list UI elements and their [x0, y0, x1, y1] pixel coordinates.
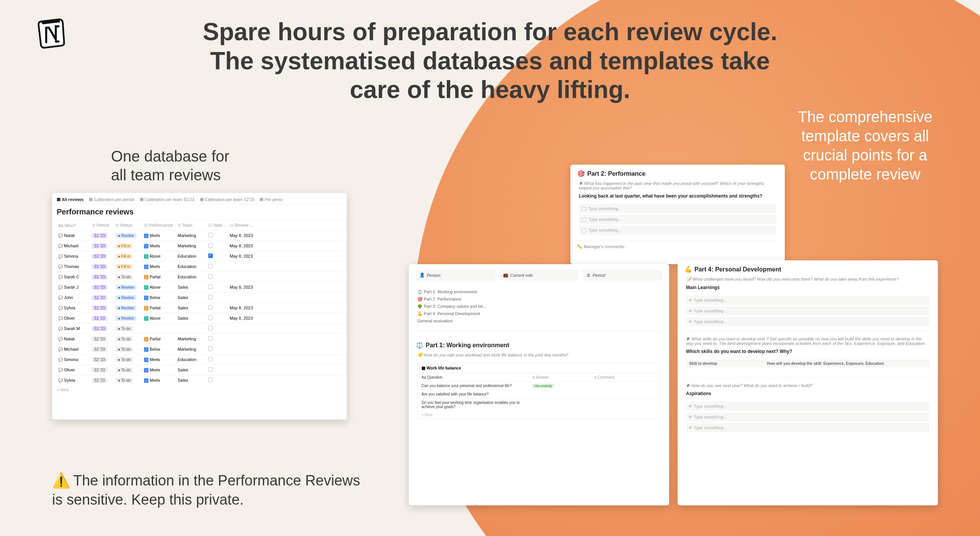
- target-icon: 🎯: [577, 170, 585, 177]
- bullet-icon: [689, 405, 691, 407]
- todo-input[interactable]: Type something...: [579, 204, 776, 213]
- toc-link[interactable]: 🌳 Part 3: Company values and be...: [417, 303, 661, 310]
- table-row[interactable]: 💬 Sarah CS1 '23● To do↓PartialEducation: [52, 271, 347, 282]
- toc-link[interactable]: 🎯 Part 2: Performance: [417, 296, 661, 303]
- db-new-row[interactable]: + New: [52, 385, 347, 394]
- tab-calibration-period[interactable]: ▦ Calibration per period: [89, 197, 134, 202]
- caption-template: The comprehensive template covers all cr…: [785, 107, 946, 184]
- manager-comments: ✏️ Manager's comments:: [577, 240, 778, 249]
- part4-q2: Which skills do you want to develop next…: [678, 348, 938, 358]
- bullet-icon: [689, 310, 691, 312]
- table-row[interactable]: 💬 SylviaS2 '23● To do→MeetsSales: [52, 375, 347, 385]
- tab-all-reviews[interactable]: ▦ All reviews: [57, 197, 83, 202]
- todo-input[interactable]: Type something...: [579, 215, 776, 224]
- skill-table-row[interactable]: [686, 369, 929, 373]
- table-row[interactable]: 💬 JohnS1 '23● Review→BelowSales: [52, 292, 347, 302]
- part1-prompt: 💛 How do you rate your workload and work…: [409, 352, 669, 360]
- skill-table-header: Skill to develop How will you develop th…: [686, 360, 929, 368]
- toc-link[interactable]: 💪 Part 4: Personal Development: [417, 310, 661, 317]
- divider: [684, 331, 931, 331]
- bullet-icon: [689, 299, 691, 301]
- checkbox-icon: [582, 217, 586, 222]
- table-row[interactable]: Do you feel your working time organisati…: [418, 398, 660, 411]
- meta-role[interactable]: 💼Current role:: [499, 270, 579, 281]
- table-row[interactable]: 💬 NataliS2 '23● To do↓PartialMarketing: [52, 333, 347, 344]
- calendar-icon: 🗓: [586, 273, 591, 278]
- table-row[interactable]: 💬 MichaelS2 '23● To do→BelowMarketing: [52, 344, 347, 354]
- table-row[interactable]: 💬 SimonaS2 '23● To do→MeetsEducation: [52, 354, 347, 364]
- table-row[interactable]: Can you balance your personal and profes…: [418, 381, 660, 390]
- briefcase-icon: 💼: [503, 273, 508, 278]
- bullet-input[interactable]: Type something...: [686, 317, 929, 326]
- meta-period[interactable]: 🗓Period:: [583, 270, 662, 281]
- table-row[interactable]: Are you satisfied with your life balance…: [418, 390, 660, 398]
- panel-performance-reviews-db: ▦ All reviews ▦ Calibration per period ▦…: [52, 193, 347, 420]
- divider: [416, 331, 662, 332]
- table-row[interactable]: 💬 NataliS1 '23● Review→MeetsMarketingMay…: [52, 230, 347, 240]
- tab-per-person[interactable]: ▦ Per perso: [260, 197, 283, 202]
- bullet-icon: [689, 320, 691, 323]
- notion-logo: [34, 15, 69, 51]
- headline: Spare hours of preparation for each revi…: [184, 18, 796, 105]
- wlb-new-row[interactable]: + New: [418, 411, 660, 419]
- part4-q3: Aspirations: [678, 390, 938, 400]
- table-row[interactable]: 💬 Sarah MS1 '23● To do: [52, 323, 347, 333]
- divider: [684, 377, 931, 378]
- meta-person[interactable]: 👤Person:: [416, 270, 495, 281]
- bullet-icon: [689, 427, 691, 429]
- tab-calibration-s1[interactable]: ▦ Calibration per team S1'23: [140, 197, 194, 202]
- caption-database: One database for all team reviews: [111, 147, 229, 185]
- table-row[interactable]: 💬 OliverS2 '23● To do→MeetsSales: [52, 364, 347, 375]
- warning-icon: ⚠️: [52, 472, 70, 489]
- panel-part-1-working-env: 👤Person: 💼Current role: 🗓Period: ⚖️ Part…: [409, 264, 669, 505]
- toc-link[interactable]: ⚖️ Part 1: Working environment: [417, 288, 661, 296]
- template-toc: ⚖️ Part 1: Working environment🎯 Part 2: …: [409, 286, 669, 327]
- part4-prompt1: 📝 What challenges have you faced? How di…: [678, 276, 938, 284]
- bullet-input[interactable]: Type something...: [686, 296, 929, 305]
- part4-q1: Main Learnings: [678, 284, 938, 294]
- toc-link[interactable]: General evaluation: [417, 317, 661, 324]
- bullet-icon: [689, 416, 691, 418]
- scale-icon: ⚖️: [416, 342, 423, 349]
- part2-prompt: 🗣 What has happened in the past year tha…: [570, 180, 785, 193]
- table-row[interactable]: 💬 OliverS1 '23● Review↑AboveSalesMay 8, …: [52, 313, 347, 323]
- part4-prompt3: 🗣 How do you see next year? What do you …: [678, 382, 938, 390]
- db-header-row: Aa Who? ⊙ Period ⊙ Status ⊙ Performance …: [52, 220, 347, 230]
- bullet-input[interactable]: Type something...: [686, 306, 929, 315]
- panel-part-2-performance: 🎯Part 2: Performance 🗣 What has happened…: [570, 165, 785, 264]
- todo-input[interactable]: Type something...: [579, 226, 776, 235]
- table-row[interactable]: 💬 Sarah JS1 '23● Review↑AboveSalesMay 8,…: [52, 282, 347, 292]
- db-title: Performance reviews: [52, 204, 347, 220]
- person-icon: 👤: [420, 273, 425, 278]
- db-view-tabs: ▦ All reviews ▦ Calibration per period ▦…: [52, 193, 347, 204]
- table-row[interactable]: 💬 ThomasS1 '23● Fill in→MeetsEducation: [52, 261, 347, 271]
- checkbox-icon: [582, 207, 586, 211]
- bullet-input[interactable]: Type something...: [686, 423, 929, 432]
- panel-part-4-development: 💪Part 4: Personal Development 📝 What cha…: [678, 260, 938, 505]
- checkbox-icon: [582, 228, 586, 232]
- bullet-input[interactable]: Type something...: [686, 412, 929, 422]
- bullet-input[interactable]: Type something...: [686, 402, 929, 411]
- table-row[interactable]: 💬 SylviaS1 '23● Review↓PartialSalesMay 8…: [52, 302, 347, 313]
- table-row[interactable]: 💬 MichaelS1 '23● Fill in→MeetsMarketingM…: [52, 240, 347, 251]
- table-row[interactable]: 💬 SimonaS1 '23● Fill in↑AboveEducationMa…: [52, 251, 347, 261]
- part4-prompt2: 🗣 What skills do you want to develop nex…: [678, 336, 938, 348]
- flex-arm-icon: 💪: [684, 266, 692, 273]
- part2-question: Looking back at last quarter, what have …: [570, 193, 785, 203]
- work-life-balance-table: ▦ Work life balance Aa Question ⊙ Answer…: [417, 363, 661, 419]
- privacy-warning: ⚠️The information in the Performance Rev…: [52, 471, 370, 509]
- tab-calibration-s2[interactable]: ▦ Calibration per team S2'23: [200, 197, 255, 202]
